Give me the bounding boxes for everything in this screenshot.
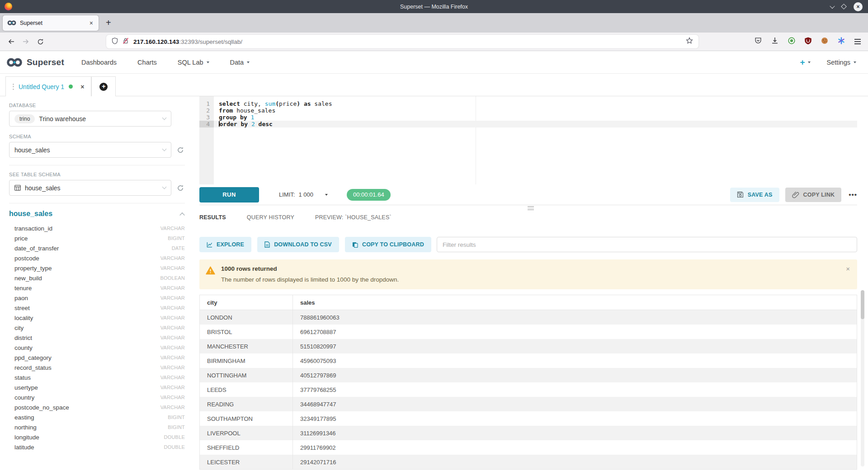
nav-item-data[interactable]: Data <box>230 59 250 66</box>
schema-column-row[interactable]: property_typeVARCHAR <box>9 263 185 273</box>
extension-asterisk-icon[interactable] <box>838 37 845 46</box>
table-schema-header: house_sales <box>9 210 184 218</box>
schema-column-row[interactable]: usertypeVARCHAR <box>9 382 185 392</box>
new-tab-button[interactable]: + <box>106 18 111 28</box>
limit-dropdown[interactable]: LIMIT: 1 000 <box>279 191 328 198</box>
shield-icon[interactable] <box>112 38 118 46</box>
schema-column-row[interactable]: postcode_no_spaceVARCHAR <box>9 402 185 412</box>
collapse-icon[interactable] <box>179 212 184 217</box>
privacy-extension-icon[interactable] <box>788 37 795 46</box>
run-button[interactable]: RUN <box>199 187 259 203</box>
download-to-csv-button[interactable]: DOWNLOAD TO CSV <box>257 237 339 252</box>
nav-item-dashboards[interactable]: Dashboards <box>81 59 117 66</box>
table-row[interactable]: LEICESTER29142071716 <box>200 455 857 469</box>
results-tab-results[interactable]: RESULTS <box>199 214 226 221</box>
table-row[interactable]: READING34468947747 <box>200 397 857 411</box>
copy-link-button[interactable]: COPY LINK <box>785 188 842 202</box>
cell-city: BIRMINGHAM <box>200 353 292 368</box>
results-tab-preview-house-sales[interactable]: PREVIEW: `HOUSE_SALES` <box>315 214 392 221</box>
results-scrollbar[interactable] <box>861 290 864 466</box>
schema-column-row[interactable]: cityVARCHAR <box>9 323 185 333</box>
schema-column-row[interactable]: countyVARCHAR <box>9 343 185 353</box>
refresh-table-icon[interactable] <box>177 184 185 192</box>
more-options-button[interactable]: ••• <box>849 191 857 198</box>
caret-down-icon <box>207 61 209 63</box>
url-bar[interactable]: 217.160.120.143:32393/superset/sqllab/ <box>106 35 698 48</box>
refresh-schema-icon[interactable] <box>177 146 185 154</box>
superset-logo[interactable]: Superset <box>6 57 64 68</box>
cookie-icon[interactable] <box>821 37 828 46</box>
editor-line[interactable]: 3group by 1 <box>199 114 857 121</box>
table-row[interactable]: SOUTHAMPTON32349177895 <box>200 411 857 426</box>
pocket-icon[interactable] <box>755 37 762 46</box>
clipboard-icon <box>352 242 358 248</box>
download-icon[interactable] <box>771 37 778 46</box>
reload-icon[interactable] <box>36 38 44 45</box>
alert-close-icon[interactable]: × <box>846 265 850 283</box>
results-scrollbar-thumb[interactable] <box>861 290 864 319</box>
editor-line[interactable]: 4order by 2 desc <box>199 121 857 127</box>
database-select[interactable]: trino Trino warehouse <box>9 111 171 127</box>
schema-column-row[interactable]: northingBIGINT <box>9 422 185 432</box>
sql-editor[interactable]: 1select city, sum(price) as sales2from h… <box>199 96 857 184</box>
schema-column-row[interactable]: eastingBIGINT <box>9 412 185 422</box>
schema-column-row[interactable]: date_of_transferDATE <box>9 243 185 253</box>
explore-button[interactable]: EXPLORE <box>199 237 251 252</box>
table-row[interactable]: LIVERPOOL31126991346 <box>200 426 857 440</box>
table-row[interactable]: NOTTINGHAM40512797869 <box>200 368 857 382</box>
save-as-button[interactable]: SAVE AS <box>730 188 779 202</box>
copy-to-clipboard-button[interactable]: COPY TO CLIPBOARD <box>345 237 431 252</box>
nav-item-sql-lab[interactable]: SQL Lab <box>178 59 209 66</box>
schema-column-row[interactable]: new_buildBOOLEAN <box>9 273 185 283</box>
table-row[interactable]: BRISTOL69612708887 <box>200 325 857 339</box>
table-row[interactable]: LONDON788861960063 <box>200 310 857 325</box>
pane-resize-handle[interactable] <box>528 206 534 210</box>
schema-column-row[interactable]: paonVARCHAR <box>9 293 185 303</box>
editor-line[interactable]: 1select city, sum(price) as sales <box>199 100 857 107</box>
menu-icon[interactable] <box>854 39 861 44</box>
schema-column-row[interactable]: statusVARCHAR <box>9 372 185 382</box>
table-row[interactable]: BIRMINGHAM45960075093 <box>200 353 857 368</box>
column-type: VARCHAR <box>160 265 185 271</box>
query-tab-close-icon[interactable]: × <box>80 83 84 90</box>
see-table-schema-label: SEE TABLE SCHEMA <box>9 172 185 177</box>
schema-column-row[interactable]: tenureVARCHAR <box>9 283 185 293</box>
schema-select[interactable]: house_sales <box>9 142 171 158</box>
back-icon[interactable] <box>7 38 15 45</box>
editor-line[interactable]: 2from house_sales <box>199 107 857 114</box>
column-header-city[interactable]: city <box>200 295 292 310</box>
schema-column-row[interactable]: latitudeDOUBLE <box>9 442 185 452</box>
results-tab-query-history[interactable]: QUERY HISTORY <box>247 214 294 221</box>
column-header-sales[interactable]: sales <box>292 295 857 310</box>
filter-results-input[interactable] <box>437 237 857 252</box>
bookmark-star-icon[interactable] <box>686 37 693 46</box>
forward-icon[interactable] <box>22 38 30 45</box>
schema-column-row[interactable]: longitudeDOUBLE <box>9 432 185 442</box>
table-row[interactable]: LEEDS37779768255 <box>200 382 857 397</box>
schema-column-row[interactable]: record_statusVARCHAR <box>9 363 185 372</box>
tab-close-icon[interactable]: × <box>89 19 94 27</box>
ublock-icon[interactable] <box>805 37 811 46</box>
add-query-tab-button[interactable]: + <box>91 76 116 96</box>
schema-column-row[interactable]: localityVARCHAR <box>9 313 185 323</box>
table-row[interactable]: SHEFFIELD29911769902 <box>200 440 857 455</box>
query-tab[interactable]: Untitled Query 1 × <box>5 76 91 96</box>
insecure-lock-icon[interactable] <box>123 38 129 46</box>
schema-column-row[interactable]: transaction_idVARCHAR <box>9 223 185 233</box>
settings-menu[interactable]: Settings <box>827 59 856 66</box>
nav-item-charts[interactable]: Charts <box>137 59 157 66</box>
schema-column-row[interactable]: ppd_categoryVARCHAR <box>9 353 185 363</box>
rows-returned-alert: 1000 rows returned The number of rows di… <box>199 259 857 289</box>
add-new-button[interactable]: + <box>800 58 810 66</box>
table-row[interactable]: MANCHESTER51510820997 <box>200 339 857 353</box>
minimize-icon[interactable] <box>830 3 835 8</box>
schema-column-row[interactable]: postcodeVARCHAR <box>9 253 185 263</box>
close-icon[interactable]: × <box>854 2 863 11</box>
schema-column-row[interactable]: streetVARCHAR <box>9 303 185 313</box>
schema-column-row[interactable]: priceBIGINT <box>9 233 185 243</box>
maximize-icon[interactable] <box>841 4 847 9</box>
table-select[interactable]: house_sales <box>9 180 171 196</box>
browser-tab[interactable]: Superset × <box>3 15 99 31</box>
schema-column-row[interactable]: countryVARCHAR <box>9 392 185 402</box>
schema-column-row[interactable]: districtVARCHAR <box>9 333 185 343</box>
